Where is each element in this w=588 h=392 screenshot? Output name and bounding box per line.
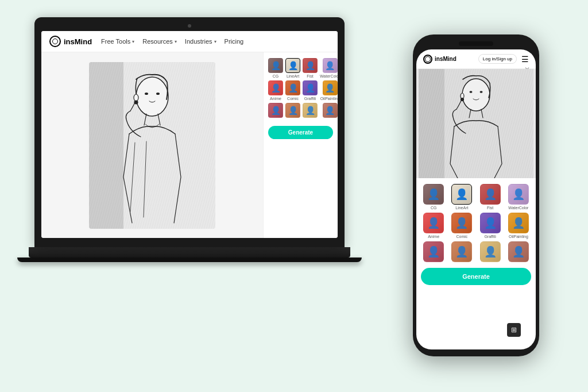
phone-thumb-lineart: 👤 bbox=[451, 184, 472, 205]
phone-thumb-r3-2: 👤 bbox=[451, 241, 472, 262]
chevron-down-icon: ▾ bbox=[132, 39, 134, 44]
phone-style-anime[interactable]: 👤 Anime bbox=[421, 213, 446, 239]
style-cg[interactable]: 👤 CG bbox=[268, 58, 283, 78]
phone-bottom-action-icon[interactable]: ⊞ bbox=[507, 323, 521, 337]
phone-style-r3-2[interactable]: 👤 bbox=[449, 241, 474, 263]
laptop-base bbox=[29, 247, 350, 258]
phone-style-r3-4[interactable]: 👤 bbox=[506, 241, 531, 263]
phone-thumb-r3-3: 👤 bbox=[480, 241, 501, 262]
style-row3-4[interactable]: 👤 bbox=[320, 103, 338, 119]
phone-style-graffiti[interactable]: 👤 Graffiti bbox=[478, 213, 503, 239]
sketch-artwork bbox=[89, 62, 215, 229]
style-thumb-graffiti: 👤 bbox=[303, 80, 318, 95]
chevron-down-icon: ▾ bbox=[175, 39, 177, 44]
style-row3-3[interactable]: 👤 bbox=[303, 103, 318, 119]
style-thumb-anime: 👤 bbox=[268, 80, 283, 95]
scene: insMind Free Tools ▾ Resources ▾ Industr… bbox=[0, 0, 588, 392]
svg-point-20 bbox=[461, 98, 464, 101]
svg-point-8 bbox=[134, 94, 138, 101]
svg-rect-21 bbox=[419, 69, 444, 178]
laptop-navbar: insMind Free Tools ▾ Resources ▾ Industr… bbox=[41, 31, 338, 52]
phone-style-r3-3[interactable]: 👤 bbox=[478, 241, 503, 263]
svg-rect-10 bbox=[89, 62, 123, 229]
laptop-generate-button[interactable]: Generate bbox=[268, 126, 333, 139]
style-anime[interactable]: 👤 Anime bbox=[268, 80, 283, 101]
svg-point-6 bbox=[145, 93, 148, 95]
laptop-foot bbox=[17, 258, 362, 262]
laptop-device: insMind Free Tools ▾ Resources ▾ Industr… bbox=[34, 17, 368, 351]
svg-point-3 bbox=[136, 77, 168, 116]
style-oilpainting[interactable]: 👤 OilPainting bbox=[320, 80, 338, 101]
phone-style-fist[interactable]: 👤 Fist bbox=[478, 184, 503, 210]
phone-thumb-comic: 👤 bbox=[451, 213, 472, 233]
nav-industries[interactable]: Industries ▾ bbox=[185, 38, 216, 45]
style-thumb-row3-3: 👤 bbox=[303, 103, 318, 118]
phone-thumb-graffiti: 👤 bbox=[480, 213, 501, 233]
phone-style-watercolor[interactable]: 👤 WaterColor bbox=[506, 184, 531, 210]
phone-thumb-r3-1: 👤 bbox=[423, 241, 444, 262]
phone-thumb-r3-4: 👤 bbox=[508, 241, 529, 262]
style-thumb-cg: 👤 bbox=[268, 58, 283, 73]
phone-navbar: insMind Log in/Sign up ☰ ✕ bbox=[416, 49, 536, 69]
phone-thumb-cg: 👤 bbox=[423, 184, 444, 205]
phone-style-r3-1[interactable]: 👤 bbox=[421, 241, 446, 263]
logo-icon bbox=[49, 36, 61, 47]
style-thumb-comic: 👤 bbox=[285, 80, 300, 95]
phone-generate-button[interactable]: Generate bbox=[421, 268, 531, 285]
phone-logo-icon bbox=[423, 55, 432, 64]
nav-pricing[interactable]: Pricing bbox=[225, 38, 244, 45]
phone-logo: insMind bbox=[423, 55, 457, 64]
phone-device: insMind Log in/Sign up ☰ ✕ bbox=[413, 34, 539, 356]
svg-point-14 bbox=[462, 79, 490, 111]
laptop-logo-text: insMind bbox=[64, 37, 92, 46]
style-watercolor[interactable]: 👤 WaterColor bbox=[320, 58, 338, 78]
style-thumb-lineart: 👤 bbox=[285, 58, 300, 73]
style-graffiti[interactable]: 👤 Graffiti bbox=[303, 80, 318, 101]
phone-style-oilpainting[interactable]: 👤 OilPainting bbox=[506, 213, 531, 239]
style-thumb-row3-2: 👤 bbox=[285, 103, 300, 118]
laptop-content: 👤 CG 👤 LineArt 👤 Fist bbox=[41, 52, 338, 238]
phone-logo-text: insMind bbox=[435, 56, 457, 62]
nav-free-tools[interactable]: Free Tools ▾ bbox=[101, 38, 134, 45]
phone-sidebar-content: 👤 CG 👤 LineArt 👤 Fist 👤 bbox=[416, 178, 536, 331]
svg-point-17 bbox=[470, 91, 473, 93]
svg-point-7 bbox=[156, 93, 160, 95]
phone-style-cg[interactable]: 👤 CG bbox=[421, 184, 446, 210]
style-thumb-row3-1: 👤 bbox=[268, 103, 283, 118]
phone-menu-icon[interactable]: ☰ bbox=[521, 55, 529, 64]
laptop-logo: insMind bbox=[49, 36, 92, 47]
phone-style-comic[interactable]: 👤 Comic bbox=[449, 213, 474, 239]
phone-style-lineart[interactable]: 👤 LineArt bbox=[449, 184, 474, 210]
laptop-canvas bbox=[41, 52, 263, 238]
phone-screen: insMind Log in/Sign up ☰ ✕ bbox=[416, 49, 536, 349]
phone-sketch-artwork bbox=[416, 69, 536, 178]
style-row3-2[interactable]: 👤 bbox=[285, 103, 300, 119]
style-row3-1[interactable]: 👤 bbox=[268, 103, 283, 119]
style-thumb-fist: 👤 bbox=[303, 58, 318, 73]
laptop-camera bbox=[188, 24, 191, 28]
style-thumb-row3-4: 👤 bbox=[323, 103, 338, 118]
svg-point-18 bbox=[480, 91, 483, 93]
style-thumb-oilpainting: 👤 bbox=[323, 80, 338, 95]
phone-content: 👤 CG 👤 LineArt 👤 Fist 👤 bbox=[416, 69, 536, 331]
nav-resources[interactable]: Resources ▾ bbox=[142, 38, 177, 45]
phone-nav-right: Log in/Sign up ☰ bbox=[478, 54, 529, 64]
phone-thumb-oilpainting: 👤 bbox=[508, 213, 529, 233]
style-comic[interactable]: 👤 Comic bbox=[285, 80, 300, 101]
laptop-style-grid: 👤 CG 👤 LineArt 👤 Fist bbox=[268, 58, 333, 119]
phone-login-button[interactable]: Log in/Sign up bbox=[478, 54, 517, 64]
chevron-down-icon: ▾ bbox=[214, 39, 216, 44]
phone-notch bbox=[459, 41, 493, 46]
laptop-sidebar: 👤 CG 👤 LineArt 👤 Fist bbox=[263, 52, 338, 238]
phone-style-grid: 👤 CG 👤 LineArt 👤 Fist 👤 bbox=[421, 184, 531, 263]
phone-thumb-fist: 👤 bbox=[480, 184, 501, 205]
laptop-screen-outer: insMind Free Tools ▾ Resources ▾ Industr… bbox=[34, 17, 345, 247]
svg-point-9 bbox=[134, 101, 138, 104]
style-fist[interactable]: 👤 Fist bbox=[303, 58, 318, 78]
laptop-screen: insMind Free Tools ▾ Resources ▾ Industr… bbox=[41, 31, 338, 238]
style-lineart[interactable]: 👤 LineArt bbox=[285, 58, 300, 78]
style-thumb-watercolor: 👤 bbox=[323, 58, 338, 73]
phone-thumb-anime: 👤 bbox=[423, 213, 444, 233]
laptop-nav-links: Free Tools ▾ Resources ▾ Industries ▾ bbox=[101, 38, 243, 45]
phone-thumb-watercolor: 👤 bbox=[508, 184, 529, 205]
